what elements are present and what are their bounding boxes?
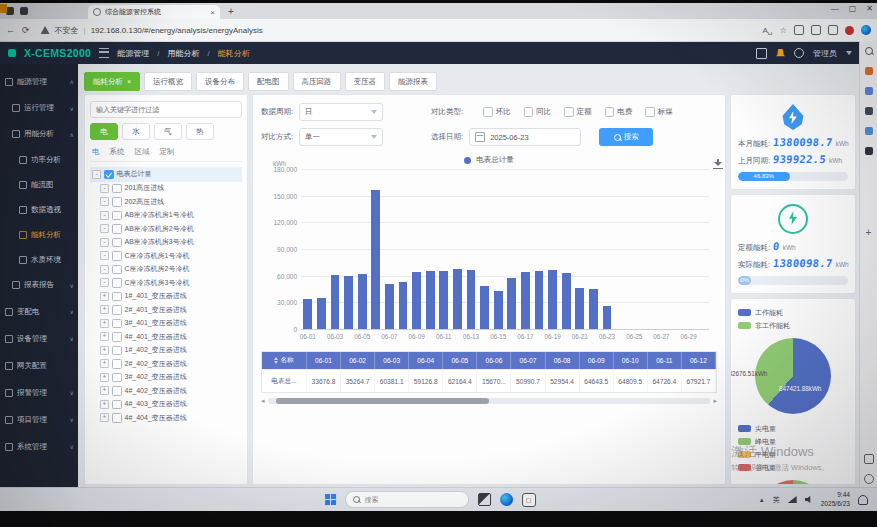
sidebar-item-alarm-mgmt[interactable]: 报警管理∨	[0, 379, 78, 406]
split-screen-icon[interactable]	[794, 25, 804, 35]
tree-collapse-icon[interactable]: -	[100, 211, 109, 220]
tab-distribution-diagram[interactable]: 配电图	[248, 72, 289, 91]
tree-node[interactable]: -AB座冷冻机房2号冷机	[90, 222, 242, 236]
tab-consumption-analysis[interactable]: 能耗分析×	[84, 72, 140, 91]
tab-device-distribution[interactable]: 设备分布	[196, 72, 244, 91]
bar[interactable]	[453, 269, 462, 329]
checkbox-unchecked[interactable]	[605, 107, 615, 117]
tab-close-icon[interactable]: ×	[127, 78, 131, 85]
checkbox-unchecked[interactable]	[112, 373, 122, 383]
tree-expand-icon[interactable]: +	[100, 292, 109, 301]
tree-node[interactable]: +1#_402_变压器进线	[90, 344, 242, 358]
close-button[interactable]: ✕	[866, 4, 873, 13]
network-icon[interactable]	[788, 496, 797, 503]
fullscreen-icon[interactable]	[756, 48, 767, 59]
sidebar-extension-icon[interactable]	[865, 87, 873, 95]
tree-node[interactable]: -201高压进线	[90, 182, 242, 196]
checkbox-unchecked[interactable]	[564, 107, 574, 117]
sidebar-extension-icon[interactable]	[865, 147, 873, 155]
tree-node-root[interactable]: -电表总计量	[90, 167, 242, 182]
tab-overview[interactable]: 运行概览	[144, 72, 192, 91]
sidebar-item-power-analysis[interactable]: 功率分析	[0, 147, 78, 172]
browser-tab[interactable]: 综合能源管控系统 ×	[88, 5, 220, 19]
bar[interactable]	[303, 299, 312, 329]
checkbox-unchecked[interactable]	[112, 386, 122, 396]
browser-profile-icon[interactable]	[20, 7, 28, 15]
tab-close-icon[interactable]: ×	[210, 8, 215, 17]
bar[interactable]	[589, 289, 598, 329]
bar[interactable]	[439, 271, 448, 329]
scrollbar-thumb[interactable]	[276, 398, 489, 404]
checkbox-unchecked[interactable]	[112, 278, 122, 288]
sidebar-item-report[interactable]: 报表报告∨	[0, 272, 78, 298]
tree-node[interactable]: +1#_401_变压器进线	[90, 290, 242, 304]
checkbox-unchecked[interactable]	[112, 319, 122, 329]
tree-node[interactable]: -202高压进线	[90, 195, 242, 209]
checkbox-unchecked[interactable]	[112, 251, 122, 261]
bar[interactable]	[535, 271, 544, 329]
bar[interactable]	[358, 274, 367, 329]
tree-collapse-icon[interactable]: -	[100, 197, 109, 206]
maximize-button[interactable]: ▢	[849, 4, 857, 13]
tree-collapse-icon[interactable]: -	[100, 238, 109, 247]
collapse-menu-icon[interactable]	[99, 48, 109, 58]
energy-type-button[interactable]: 水	[122, 123, 150, 140]
tree-expand-icon[interactable]: +	[100, 359, 109, 368]
notification-bell-icon[interactable]	[776, 49, 785, 58]
sidebar-item-energy-mgmt[interactable]: 能源管理∧	[0, 68, 78, 95]
bar[interactable]	[412, 272, 421, 329]
tree-node[interactable]: +4#_401_变压器进线	[90, 330, 242, 344]
checkbox-unchecked[interactable]	[483, 107, 493, 117]
checkbox-unchecked[interactable]	[112, 413, 122, 423]
checkbox-unchecked[interactable]	[112, 305, 122, 315]
bar[interactable]	[371, 190, 380, 329]
checkbox-unchecked[interactable]	[645, 107, 655, 117]
sidebar-item-system-mgmt[interactable]: 系统管理∨	[0, 433, 78, 460]
sidebar-extension-icon[interactable]	[865, 67, 873, 75]
tree-collapse-icon[interactable]: -	[100, 278, 109, 287]
tree-node[interactable]: +2#_401_变压器进线	[90, 303, 242, 317]
download-chart-icon[interactable]	[713, 159, 723, 169]
tree-node[interactable]: +4#_402_变压器进线	[90, 384, 242, 398]
scroll-left-icon[interactable]: ◂	[261, 397, 265, 405]
checkbox-unchecked[interactable]	[112, 265, 122, 275]
minimize-button[interactable]: —	[831, 4, 839, 13]
hidden-icons-chevron[interactable]: ▲	[759, 497, 765, 503]
checkbox-unchecked[interactable]	[112, 197, 122, 207]
extensions-icon[interactable]	[828, 25, 838, 35]
checkbox-unchecked[interactable]	[112, 292, 122, 302]
sidebar-item-energy-flow[interactable]: 能流图	[0, 172, 78, 197]
sidebar-item-consumption-analysis[interactable]: 能耗分析	[0, 222, 78, 247]
edge-copilot-icon[interactable]	[861, 25, 871, 35]
notification-center-icon[interactable]	[858, 495, 868, 505]
bar[interactable]	[548, 270, 557, 329]
checkbox-unchecked[interactable]	[112, 359, 122, 369]
tree-expand-icon[interactable]: +	[100, 413, 109, 422]
tree-expand-icon[interactable]: +	[100, 400, 109, 409]
tree-node[interactable]: -C座冷冻机房1号冷机	[90, 249, 242, 263]
sidebar-item-usage-analysis[interactable]: 用能分析∧	[0, 121, 78, 147]
tab-transformer[interactable]: 变压器	[345, 72, 386, 91]
compare-mode-select[interactable]: 单一	[299, 128, 383, 146]
sidebar-item-operation-mgmt[interactable]: 运行管理∨	[0, 95, 78, 121]
compare-option[interactable]: 同比	[524, 107, 552, 117]
sidebar-settings-gear-icon[interactable]	[864, 474, 874, 484]
checkbox-unchecked[interactable]	[112, 400, 122, 410]
tab-hv-circuit[interactable]: 高压回路	[293, 72, 341, 91]
edge-taskbar-icon[interactable]	[500, 493, 513, 506]
tree-node[interactable]: +3#_401_变压器进线	[90, 317, 242, 331]
sidebar-extension-icon[interactable]	[865, 127, 873, 135]
sidebar-search-icon[interactable]	[865, 47, 873, 55]
tree-collapse-icon[interactable]: -	[100, 265, 109, 274]
tree-expand-icon[interactable]: +	[100, 346, 109, 355]
legend-label[interactable]: 峰电量	[755, 437, 776, 447]
tree-search-input[interactable]	[90, 101, 242, 118]
compare-option[interactable]: 定额	[564, 107, 592, 117]
collections-icon[interactable]	[811, 25, 821, 35]
bar[interactable]	[562, 273, 571, 329]
favorite-star-icon[interactable]: ☆	[780, 26, 787, 35]
tree-expand-icon[interactable]: +	[100, 332, 109, 341]
period-select[interactable]: 日	[299, 103, 383, 121]
sidebar-panel-icon[interactable]	[864, 454, 874, 464]
tree-node[interactable]: -C座冷冻机房2号冷机	[90, 263, 242, 277]
